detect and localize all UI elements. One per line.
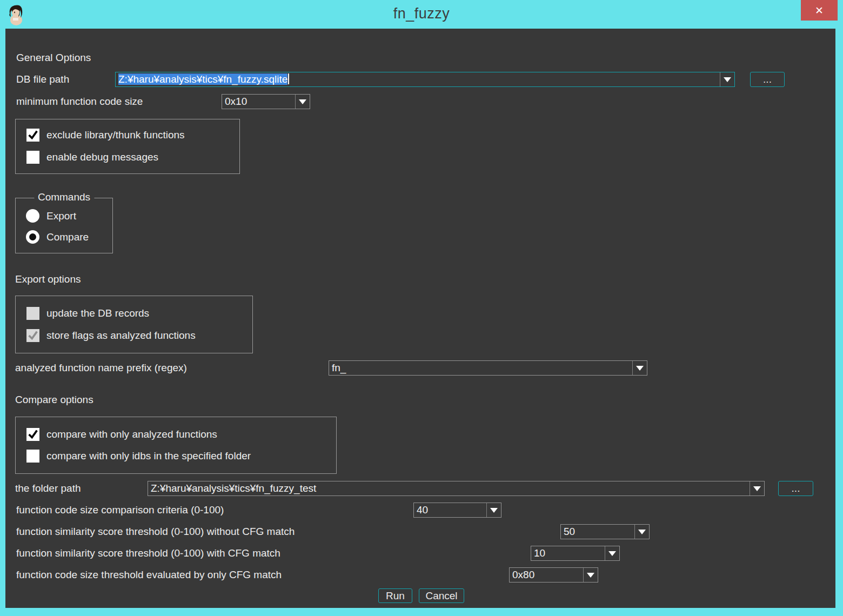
check-icon (27, 330, 39, 342)
similarity-with-cfg-combobox[interactable]: 10 (531, 546, 620, 561)
checkbox-box (26, 129, 39, 142)
code-size-threshold-cfg-combobox[interactable]: 0x80 (509, 567, 598, 582)
close-icon: ✕ (815, 4, 824, 16)
similarity-with-cfg-value[interactable]: 10 (531, 546, 605, 560)
checkbox-box (26, 307, 39, 320)
folder-browse-button[interactable]: ... (778, 481, 813, 496)
folder-path-label: the folder path (15, 481, 81, 496)
db-browse-button[interactable]: ... (750, 72, 785, 87)
text-caret (288, 73, 289, 84)
checkbox-label: update the DB records (46, 307, 149, 319)
db-file-path-value[interactable]: Z:¥haru¥analysis¥tics¥fn_fuzzy.sqlite (116, 72, 720, 86)
similarity-with-cfg-label: function similarity score threshold (0-1… (16, 546, 280, 560)
chevron-down-icon[interactable] (295, 95, 310, 109)
commands-legend: Commands (34, 191, 94, 203)
dialog-body: General Options DB file path Z:¥haru¥ana… (5, 29, 835, 608)
chevron-down-icon[interactable] (583, 568, 598, 582)
chevron-down-icon[interactable] (720, 72, 734, 86)
checkbox-label: enable debug messages (46, 151, 158, 163)
general-options-heading: General Options (16, 52, 91, 64)
folder-path-combobox[interactable]: Z:¥haru¥analysis¥tics¥fn_fuzzy_test (148, 481, 765, 496)
code-size-criteria-combobox[interactable]: 40 (413, 503, 501, 518)
radio-label: Export (46, 210, 76, 222)
mouse-cursor-icon (822, 597, 843, 616)
checkbox-box (26, 428, 39, 441)
code-size-criteria-value[interactable]: 40 (414, 503, 486, 517)
min-func-size-value[interactable]: 0x10 (222, 95, 295, 109)
checkbox-update-db-records[interactable]: update the DB records (26, 307, 149, 320)
window-title: fn_fuzzy (0, 5, 843, 22)
commands-group: Commands Export Compare (15, 198, 113, 253)
checkbox-label: compare with only analyzed functions (46, 428, 217, 440)
folder-path-value[interactable]: Z:¥haru¥analysis¥tics¥fn_fuzzy_test (148, 481, 750, 496)
checkbox-label: exclude library/thunk functions (46, 129, 185, 141)
general-checkbox-group: exclude library/thunk functions enable d… (15, 119, 240, 174)
checkbox-label: compare with only idbs in the specified … (46, 450, 251, 462)
analyzed-prefix-label: analyzed function name prefix (regex) (15, 360, 187, 375)
similarity-without-cfg-label: function similarity score threshold (0-1… (16, 524, 295, 539)
check-icon (27, 129, 39, 141)
close-button[interactable]: ✕ (801, 0, 838, 21)
radio-circle (26, 230, 39, 244)
radio-label: Compare (46, 231, 89, 243)
check-icon (27, 428, 39, 440)
fn-fuzzy-dialog: { "window": { "title": "fn_fuzzy", "clos… (0, 0, 843, 616)
checkbox-compare-only-analyzed[interactable]: compare with only analyzed functions (26, 428, 217, 441)
chevron-down-icon[interactable] (605, 546, 619, 560)
radio-compare[interactable]: Compare (26, 230, 89, 244)
code-size-threshold-cfg-value[interactable]: 0x80 (510, 568, 583, 582)
analyzed-prefix-value[interactable]: fn_ (329, 361, 632, 375)
checkbox-compare-only-idbs-folder[interactable]: compare with only idbs in the specified … (26, 450, 251, 463)
checkbox-exclude-library-thunk[interactable]: exclude library/thunk functions (26, 129, 185, 142)
radio-circle (26, 209, 39, 223)
radio-export[interactable]: Export (26, 209, 76, 223)
cancel-button[interactable]: Cancel (419, 588, 464, 603)
db-file-path-label: DB file path (16, 72, 69, 86)
code-size-threshold-cfg-label: function code size threshold evaluated b… (16, 567, 282, 582)
title-bar[interactable]: fn_fuzzy ✕ (0, 0, 843, 29)
checkbox-enable-debug[interactable]: enable debug messages (26, 151, 158, 164)
checkbox-box (26, 151, 39, 164)
db-file-path-combobox[interactable]: Z:¥haru¥analysis¥tics¥fn_fuzzy.sqlite (115, 72, 735, 87)
checkbox-box (26, 329, 39, 342)
checkbox-label: store flags as analyzed functions (46, 330, 196, 342)
chevron-down-icon[interactable] (486, 503, 501, 517)
similarity-without-cfg-combobox[interactable]: 50 (560, 524, 650, 539)
compare-checkbox-group: compare with only analyzed functions com… (15, 417, 337, 474)
min-func-size-combobox[interactable]: 0x10 (222, 94, 310, 109)
similarity-without-cfg-value[interactable]: 50 (561, 525, 634, 539)
run-button[interactable]: Run (378, 588, 412, 603)
chevron-down-icon[interactable] (634, 525, 649, 539)
analyzed-prefix-combobox[interactable]: fn_ (329, 360, 647, 376)
export-options-heading: Export options (15, 273, 81, 285)
min-func-size-label: minimum function code size (16, 94, 143, 109)
radio-dot-icon (29, 233, 36, 240)
compare-options-heading: Compare options (15, 394, 93, 406)
chevron-down-icon[interactable] (632, 361, 647, 375)
chevron-down-icon[interactable] (750, 481, 764, 496)
checkbox-store-flags-analyzed[interactable]: store flags as analyzed functions (26, 329, 196, 342)
export-checkbox-group: update the DB records store flags as ana… (15, 296, 253, 353)
code-size-criteria-label: function code size comparison criteria (… (16, 503, 224, 517)
checkbox-box (26, 450, 39, 463)
